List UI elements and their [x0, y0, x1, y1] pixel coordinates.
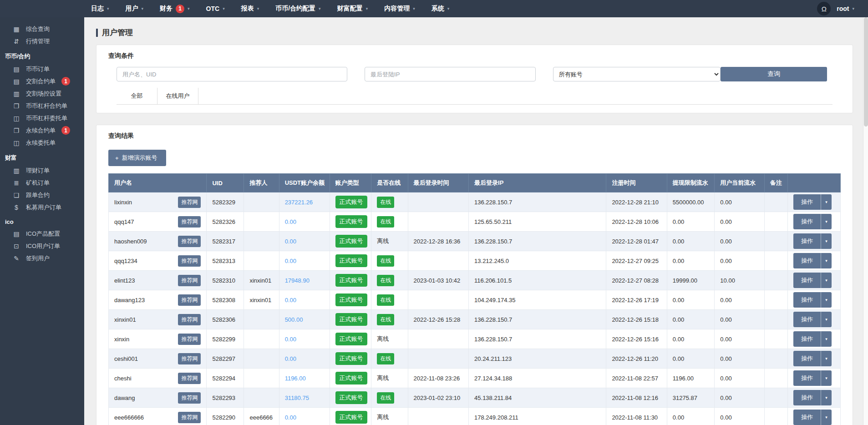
nav-item-content-management[interactable]: 内容管理▾	[384, 5, 415, 13]
withdraw-limit-flow-cell: 1196.00	[667, 369, 715, 388]
action-button[interactable]: 操作	[793, 370, 821, 386]
balance-link[interactable]: 0.00	[285, 336, 296, 343]
referrer-cell: eee6666	[244, 408, 279, 425]
balance-link[interactable]: 0.00	[285, 355, 296, 362]
referrer-network-badge[interactable]: 推荐网	[178, 255, 201, 267]
action-dropdown-toggle[interactable]: ▾	[821, 214, 832, 229]
last-login-ip-input[interactable]	[365, 67, 536, 81]
action-button[interactable]: 操作	[793, 253, 821, 268]
balance-link[interactable]: 17948.90	[285, 277, 310, 284]
user-menu[interactable]: root ▾	[837, 5, 854, 12]
balance-link[interactable]: 0.00	[285, 218, 296, 225]
sidebar-item-signin-users[interactable]: ✎签到用户	[0, 252, 84, 264]
action-button[interactable]: 操作	[793, 233, 821, 249]
referrer-network-badge[interactable]: 推荐网	[178, 392, 201, 404]
nav-item-logs[interactable]: 日志▾	[91, 5, 109, 13]
nav-item-coin-contract-config[interactable]: 币币/合约配置▾	[275, 5, 320, 13]
balance-link[interactable]: 0.00	[285, 297, 296, 304]
referrer-network-badge[interactable]: 推荐网	[178, 314, 201, 325]
sidebar-item-perpetual-entrust-orders[interactable]: ◫永续委托单	[0, 137, 84, 149]
chevron-down-icon: ▾	[257, 6, 259, 11]
username-text: elint123	[114, 277, 135, 284]
action-dropdown-toggle[interactable]: ▾	[821, 312, 832, 327]
sidebar-item-delivery-contract-orders[interactable]: ▤交割合约单1	[0, 75, 84, 87]
last-login-time-cell: 2022-11-08 23:26	[408, 369, 468, 388]
sidebar-item-private-fund-orders[interactable]: $私募用户订单	[0, 201, 84, 213]
sidebar-item-follow-contract[interactable]: ❏跟单合约	[0, 189, 84, 201]
action-button[interactable]: 操作	[793, 410, 821, 425]
sidebar-item-perpetual-contract-orders[interactable]: ❐永续合约单1	[0, 124, 84, 137]
action-button[interactable]: 操作	[793, 312, 821, 327]
action-button[interactable]: 操作	[793, 292, 821, 308]
last-login-time-cell	[408, 290, 468, 310]
action-button[interactable]: 操作	[793, 214, 821, 229]
username-uid-input[interactable]	[117, 67, 347, 81]
account-type-select[interactable]: 所有账号	[553, 67, 721, 81]
sidebar-item-delivery-risk-settings[interactable]: ▥交割场控设置	[0, 87, 84, 100]
balance-link[interactable]: 237221.26	[285, 199, 313, 206]
action-dropdown-toggle[interactable]: ▾	[821, 194, 832, 210]
sidebar-item-leverage-contract-orders[interactable]: ❐币币杠杆合约单	[0, 100, 84, 112]
window-scrollbar[interactable]	[863, 17, 868, 425]
sidebar-item-market-management[interactable]: ⇵行情管理	[0, 35, 84, 47]
balance-link[interactable]: 0.00	[285, 414, 296, 421]
scrollbar-thumb[interactable]	[864, 17, 868, 126]
sidebar-item-coin-orders[interactable]: ▤币币订单	[0, 63, 84, 75]
referrer-network-badge[interactable]: 推荐网	[178, 216, 201, 228]
add-demo-account-button[interactable]: + 新增演示账号	[108, 150, 166, 166]
referrer-network-badge[interactable]: 推荐网	[178, 236, 201, 247]
current-flow-cell: 0.00	[715, 251, 764, 271]
action-dropdown-toggle[interactable]: ▾	[821, 410, 832, 425]
balance-link[interactable]: 0.00	[285, 258, 296, 264]
uid-cell: 5282326	[207, 212, 244, 232]
action-dropdown-toggle[interactable]: ▾	[821, 370, 832, 386]
referrer-network-badge[interactable]: 推荐网	[178, 197, 201, 208]
balance-link[interactable]: 1196.00	[285, 375, 306, 382]
action-dropdown-toggle[interactable]: ▾	[821, 233, 832, 249]
action-dropdown-toggle[interactable]: ▾	[821, 331, 832, 347]
tab-online-users[interactable]: 在线用户	[157, 88, 198, 104]
online-badge: 在线	[377, 392, 394, 404]
sidebar-item-ico-user-orders[interactable]: ⊡ICO用户订单	[0, 240, 84, 252]
sidebar-item-finance-orders[interactable]: ▥理财订单	[0, 164, 84, 177]
nav-item-reports[interactable]: 报表▾	[241, 5, 259, 13]
action-dropdown-toggle[interactable]: ▾	[821, 273, 832, 288]
uid-cell: 5282306	[207, 310, 244, 329]
referrer-network-badge[interactable]: 推荐网	[178, 373, 201, 384]
action-button[interactable]: 操作	[793, 194, 821, 210]
nav-item-system[interactable]: 系统▾	[431, 5, 450, 13]
nav-item-wealth-config[interactable]: 财富配置▾	[337, 5, 368, 13]
referrer-network-badge[interactable]: 推荐网	[178, 334, 201, 345]
action-dropdown-toggle[interactable]: ▾	[821, 390, 832, 405]
referrer-network-badge[interactable]: 推荐网	[178, 412, 201, 423]
copy-icon: ❐	[12, 102, 20, 110]
username-cell: xinxin01推荐网	[109, 310, 207, 329]
action-button[interactable]: 操作	[793, 351, 821, 366]
nav-item-finance[interactable]: 财务1▾	[160, 5, 190, 13]
username-cell: haoshen009推荐网	[109, 232, 207, 251]
referrer-network-badge[interactable]: 推荐网	[178, 353, 201, 364]
nav-item-users[interactable]: 用户▾	[126, 5, 144, 13]
tab-all[interactable]: 全部	[117, 88, 157, 104]
sidebar-item-leverage-entrust-orders[interactable]: ◫币币杠杆委托单	[0, 112, 84, 124]
avatar[interactable]: Ω	[817, 2, 831, 15]
balance-link[interactable]: 500.00	[285, 316, 303, 323]
sidebar-item-miner-orders[interactable]: ≣矿机订单	[0, 177, 84, 189]
table-row: eee666666推荐网5282290eee66660.00正式账号离线178.…	[109, 408, 841, 425]
balance-link[interactable]: 31180.75	[285, 395, 309, 401]
sidebar-item-label: ICO用户订单	[26, 242, 60, 250]
nav-item-otc[interactable]: OTC▾	[206, 5, 225, 12]
sidebar-item-ico-product-config[interactable]: ▤ICO产品配置	[0, 228, 84, 240]
action-button[interactable]: 操作	[793, 331, 821, 347]
action-dropdown-toggle[interactable]: ▾	[821, 292, 832, 308]
referrer-network-badge[interactable]: 推荐网	[178, 294, 201, 306]
nav-item-label: 系统	[431, 5, 444, 13]
action-dropdown-toggle[interactable]: ▾	[821, 253, 832, 268]
sidebar-item-overview-query[interactable]: ▦综合查询	[0, 23, 84, 35]
action-dropdown-toggle[interactable]: ▾	[821, 351, 832, 366]
balance-link[interactable]: 0.00	[285, 238, 296, 245]
search-button[interactable]: 查询	[721, 67, 827, 81]
action-button[interactable]: 操作	[793, 390, 821, 405]
referrer-network-badge[interactable]: 推荐网	[178, 275, 201, 286]
action-button[interactable]: 操作	[793, 273, 821, 288]
